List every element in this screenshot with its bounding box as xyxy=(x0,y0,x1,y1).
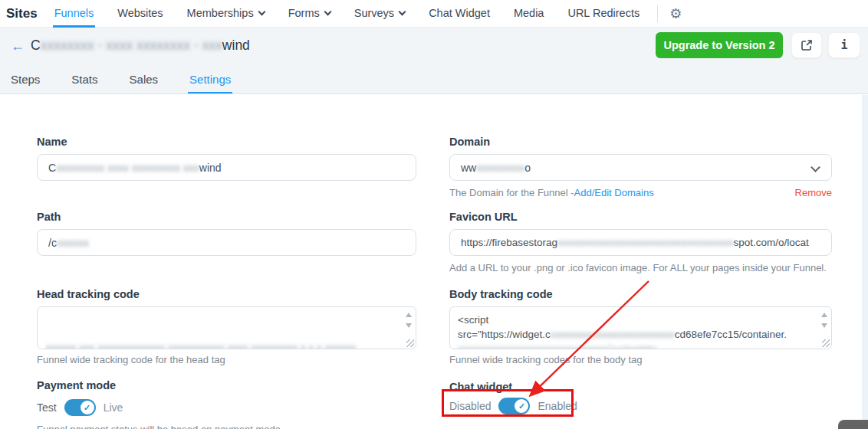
head-code-label: Head tracking code xyxy=(37,288,416,302)
field-group-payment-mode: Payment mode Test ✓ Live Funnel payment … xyxy=(37,379,416,429)
payment-mode-label: Payment mode xyxy=(37,379,416,393)
info-button[interactable]: i xyxy=(828,32,860,58)
nav-item-memberships[interactable]: Memberships xyxy=(186,0,266,28)
tab-steps[interactable]: Steps xyxy=(9,67,41,93)
chat-toggle-row: Disabled ✓ Enabled xyxy=(449,396,832,416)
nav-item-label: Chat Widget xyxy=(429,0,490,27)
nav-item-label: Funnels xyxy=(54,0,94,27)
domain-value: wwxxxxxxxxxo xyxy=(461,162,531,174)
domain-helper: The Domain for the Funnel -Add/Edit Doma… xyxy=(449,187,832,198)
chevron-down-icon xyxy=(810,162,820,172)
check-icon: ✓ xyxy=(518,402,525,411)
field-group-body-code: Body tracking code <script src="https://… xyxy=(449,288,832,365)
visible-text: /c xyxy=(48,237,57,249)
chat-widget-toggle[interactable]: ✓ xyxy=(498,398,530,414)
payment-mode-toggle[interactable]: ✓ xyxy=(64,399,96,416)
nav-item-label: Websites xyxy=(117,0,163,27)
chevron-down-icon xyxy=(324,8,331,16)
nav-item-funnels[interactable]: Funnels xyxy=(53,0,96,28)
visible-text: wind xyxy=(222,38,250,53)
code-line: src="https://widget.cxxxxxxxxxxxxxxxxxxx… xyxy=(458,327,813,342)
upgrade-version-button[interactable]: Upgrade to Version 2 xyxy=(656,32,783,58)
nav-item-chat-widget[interactable]: Chat Widget xyxy=(427,0,492,28)
visible-text: src="https://widget.c xyxy=(458,329,551,340)
domain-select[interactable]: wwxxxxxxxxxo xyxy=(449,154,832,181)
redacted-text: xxxxxxxx - xxxx xxxxxxxx - xxx xyxy=(41,38,222,53)
back-arrow-icon[interactable]: ← xyxy=(11,38,25,54)
top-navigation: Sites Funnels Websites Memberships Forms… xyxy=(0,0,868,28)
tab-sales[interactable]: Sales xyxy=(128,67,160,93)
domain-label: Domain xyxy=(449,136,832,149)
field-group-path: Path /cxxxxxx xyxy=(37,211,416,256)
gear-icon[interactable]: ⚙ xyxy=(669,0,682,28)
redacted-text: xxxxxxxxx xxxx xxxxxxxxx xxx xyxy=(56,162,199,174)
resize-handle-icon[interactable] xyxy=(406,339,414,347)
field-group-chat-widget: Chat widget Disabled ✓ Enabled xyxy=(449,381,832,416)
head-code-helper: Funnel wide tracking code for the head t… xyxy=(37,354,416,365)
redacted-text: xxxxxxxxxxxxxxxxxxxxxxxx xyxy=(551,329,675,340)
brand-sites[interactable]: Sites xyxy=(6,6,38,21)
payment-live-label: Live xyxy=(104,401,123,414)
nav-item-url-redirects[interactable]: URL Redirects xyxy=(566,0,641,28)
nav-item-label: Surveys xyxy=(354,0,394,27)
visible-text: cd68efe7cc15/container. xyxy=(675,329,787,340)
visible-text: spot.com/o/locat xyxy=(734,237,809,248)
redacted-text: xxxxxx xxx xxxxxxxxxxxxx xxxxxxxxxxx xxx… xyxy=(45,342,356,349)
head-code-clipped-line: xxxxxx xxx xxxxxxxxxxxxx xxxxxxxxxxx xxx… xyxy=(45,342,397,349)
scroll-down-icon[interactable] xyxy=(406,323,412,328)
field-group-domain: Domain wwxxxxxxxxxo The Domain for the F… xyxy=(449,136,832,198)
visible-text: <script xyxy=(458,314,488,326)
visible-text: ww xyxy=(461,162,476,174)
name-label: Name xyxy=(37,136,416,149)
payment-helper: Funnel payment status will be based on p… xyxy=(37,424,416,429)
nav-item-forms[interactable]: Forms xyxy=(287,0,332,28)
visible-text: C xyxy=(48,162,56,174)
nav-item-surveys[interactable]: Surveys xyxy=(353,0,406,28)
add-edit-domains-link[interactable]: Add/Edit Domains xyxy=(574,187,654,198)
remove-domain-link[interactable]: Remove xyxy=(795,187,832,198)
nav-item-label: URL Redirects xyxy=(567,0,639,27)
page-edge xyxy=(862,95,868,429)
toggle-knob: ✓ xyxy=(81,401,94,414)
toggle-knob: ✓ xyxy=(515,399,528,413)
favicon-input[interactable]: https://firebasestoragxxxxxxxxxxxxxxxxxx… xyxy=(449,229,832,256)
field-group-name: Name Cxxxxxxxxx xxxx xxxxxxxxx xxxwind xyxy=(37,136,416,181)
tab-stats[interactable]: Stats xyxy=(70,67,99,93)
nav-item-websites[interactable]: Websites xyxy=(116,0,164,28)
external-link-icon xyxy=(801,39,813,51)
redacted-text: xxxxxx xyxy=(57,237,89,249)
open-external-button[interactable] xyxy=(791,32,822,58)
visible-text: wind xyxy=(199,162,222,174)
field-group-head-code: Head tracking code xxxxxx xxx xxxxxxxxxx… xyxy=(37,288,416,365)
corner-widget[interactable] xyxy=(838,420,868,429)
settings-form: Name Cxxxxxxxxx xxxx xxxxxxxxx xxxwind D… xyxy=(0,95,868,429)
favicon-label: Favicon URL xyxy=(449,211,832,224)
scroll-up-icon[interactable] xyxy=(406,313,412,317)
nav-items: Funnels Websites Memberships Forms Surve… xyxy=(53,0,663,28)
resize-handle-icon[interactable] xyxy=(822,339,830,347)
check-icon: ✓ xyxy=(84,404,90,412)
code-line: <script xyxy=(458,313,813,327)
redacted-text: xxxxxxxxxxxxxxxxxxxxxxxxxxxxx"></script> xyxy=(458,343,657,349)
code-line: xxxxxxxxxxxxxxxxxxxxxxxxxxxxx"></script> xyxy=(458,342,813,349)
chevron-down-icon xyxy=(258,8,265,16)
favicon-helper: Add a URL to your .png or .ico favicon i… xyxy=(449,262,832,273)
body-code-helper: Funnel wide tracking codes for the body … xyxy=(449,354,832,365)
chat-disabled-label: Disabled xyxy=(449,400,491,412)
visible-text: o xyxy=(524,162,531,174)
redacted-text: xxxxxxxxx xyxy=(476,162,524,174)
page-header: ← Cxxxxxxxx - xxxx xxxxxxxx - xxxwind Up… xyxy=(0,28,868,94)
name-input[interactable]: Cxxxxxxxxx xxxx xxxxxxxxx xxxwind xyxy=(37,154,416,181)
head-code-textarea[interactable]: xxxxxx xxx xxxxxxxxxxxxx xxxxxxxxxxx xxx… xyxy=(37,306,416,349)
tab-settings[interactable]: Settings xyxy=(188,67,232,93)
nav-divider xyxy=(657,5,658,22)
body-code-content: <script src="https://widget.cxxxxxxxxxxx… xyxy=(450,307,831,349)
chat-enabled-label: Enabled xyxy=(538,400,577,412)
body-code-textarea[interactable]: <script src="https://widget.cxxxxxxxxxxx… xyxy=(449,306,832,349)
nav-item-label: Forms xyxy=(288,0,320,27)
path-input[interactable]: /cxxxxxx xyxy=(37,229,416,256)
nav-item-media[interactable]: Media xyxy=(512,0,546,28)
scroll-down-icon[interactable] xyxy=(821,323,827,328)
scroll-up-icon[interactable] xyxy=(821,313,827,317)
payment-toggle-row: Test ✓ Live xyxy=(37,398,416,418)
